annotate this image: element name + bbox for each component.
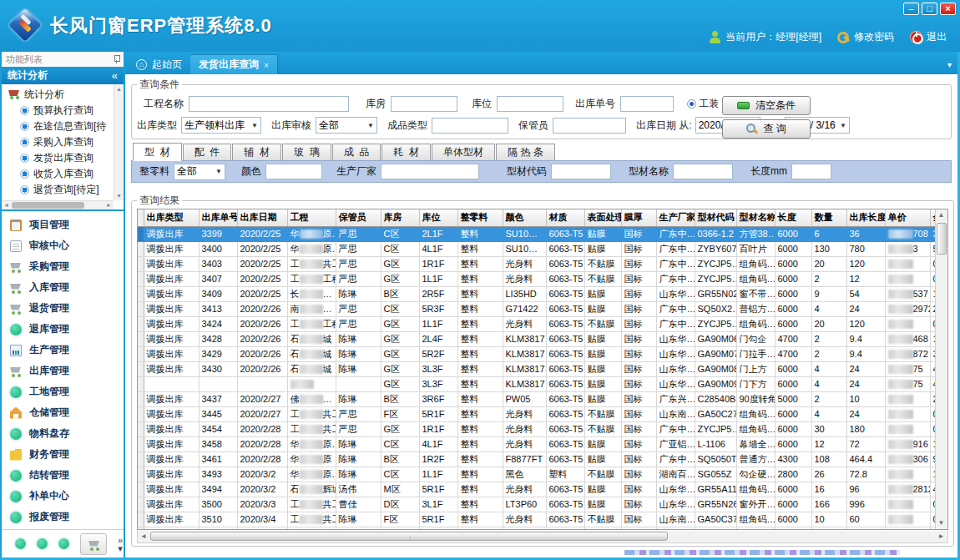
scrollbar-thumb[interactable]: [12, 202, 84, 209]
tab-home[interactable]: ⌂ 起始页: [128, 55, 190, 74]
tree-vertical-scrollbar[interactable]: ▲ ▼: [114, 84, 124, 200]
material-tab[interactable]: 单体型材: [432, 144, 495, 160]
table-row[interactable]: 调拨出库34942020/3/2石辉城汤伟M区5R1F整料光身料6063-T5贴…: [138, 482, 947, 497]
sidebar-item-项目管理[interactable]: 项目管理: [2, 214, 124, 235]
quick-module-icon[interactable]: [37, 538, 48, 549]
clear-conditions-button[interactable]: 清空条件: [722, 96, 811, 115]
table-row[interactable]: 调拨出库33992020/2/25华原…严思C区2L1F整料SU10…6063-…: [138, 226, 947, 241]
table-row[interactable]: 调拨出库35122020/3/4工共工程陈琳F区1L2F整料光身料6063-T5…: [138, 527, 947, 530]
scroll-up-icon[interactable]: ▲: [114, 84, 124, 93]
collapse-icon[interactable]: «: [112, 69, 118, 82]
table-row[interactable]: 调拨出库34292020/2/26石城陈琳G区5R2F整料KLM38176063…: [138, 346, 947, 361]
tree-item[interactable]: 在途信息查询[待: [2, 119, 124, 134]
out-audit-select[interactable]: 全部▼: [316, 117, 377, 134]
maximize-button[interactable]: □: [922, 3, 937, 15]
table-row[interactable]: 调拨出库34242020/2/26工工程严思G区1L1F整料光身料6063-T5…: [138, 316, 947, 331]
location-input[interactable]: [497, 96, 563, 112]
material-tab[interactable]: 辅 材: [232, 144, 281, 160]
material-tab[interactable]: 耗 材: [381, 144, 431, 160]
table-row[interactable]: 调拨出库35002020/3/3工共工程曹佳D区3L1F整料LT3P606063…: [138, 497, 947, 512]
tree-item[interactable]: 收货入库查询: [2, 166, 124, 182]
table-row[interactable]: 调拨出库34002020/2/25华原…严思C区4L1F整料SU10…6063-…: [138, 241, 947, 256]
product-type-input[interactable]: [432, 118, 508, 134]
column-header[interactable]: 出库长度: [846, 209, 885, 226]
profile-code-input[interactable]: [551, 164, 611, 179]
column-header[interactable]: 颜色: [503, 209, 546, 226]
scrollbar-thumb[interactable]: [937, 223, 947, 255]
column-header[interactable]: 单价: [885, 209, 930, 226]
table-row[interactable]: 调拨出库34132020/2/26南…严思C区5R3F整料G714226063-…: [138, 301, 947, 316]
column-header[interactable]: 出库日期: [237, 209, 287, 226]
more-options-icon[interactable]: »▾: [118, 536, 123, 552]
column-header[interactable]: 数量: [811, 209, 846, 226]
tab-close-icon[interactable]: ×: [264, 60, 269, 70]
sidebar-item-退货管理[interactable]: 退货管理: [2, 298, 124, 319]
change-password-button[interactable]: 修改密码: [837, 30, 894, 44]
column-header[interactable]: 型材代码: [695, 209, 736, 226]
sidebar-item-审核中心[interactable]: 审核中心: [2, 235, 124, 256]
whole-part-select[interactable]: 全部▼: [174, 164, 225, 180]
scroll-left-icon[interactable]: ◄: [138, 531, 149, 542]
material-tab[interactable]: 隔 热 条: [496, 144, 555, 160]
table-row[interactable]: 调拨出库34582020/2/28华原…陈琳C区4L1F整料光身料6063-T5…: [138, 436, 947, 452]
sidebar-item-工地管理[interactable]: 工地管理: [2, 381, 124, 402]
out-type-select[interactable]: 生产领料出库▼: [181, 117, 261, 134]
length-input[interactable]: [791, 164, 831, 179]
table-row[interactable]: 调拨出库34372020/2/27佛…陈琳B区3R6F整料PW056063-T5…: [138, 391, 947, 406]
grid-horizontal-scrollbar[interactable]: ◄ ⁞ ►: [137, 531, 948, 543]
order-no-input[interactable]: [620, 96, 674, 112]
tree-root-statistics[interactable]: 统计分析: [2, 86, 124, 103]
sidebar-item-生产管理[interactable]: 生产管理: [2, 340, 124, 361]
sidebar-item-采购管理[interactable]: 采购管理: [2, 256, 124, 277]
table-row[interactable]: 调拨出库34612020/2/28华原陈琳B区1R2F整料F8877FT6063…: [138, 452, 947, 467]
column-header[interactable]: 整零料: [457, 209, 503, 226]
column-header[interactable]: 生产厂家: [656, 209, 695, 226]
scroll-down-icon[interactable]: ▼: [114, 191, 124, 200]
column-header[interactable]: 膜厚: [621, 209, 656, 226]
table-row[interactable]: 调拨出库35102020/3/4工共工程陈琳F区5R1F整料光身料6063-T5…: [138, 512, 947, 527]
column-header[interactable]: 库房: [381, 209, 419, 226]
table-row[interactable]: 调拨出库34302020/2/26石城陈琳G区3L3F整料KLM38176063…: [138, 361, 947, 376]
column-header[interactable]: 出库类型: [144, 209, 199, 226]
column-header[interactable]: 出库单号: [199, 209, 237, 226]
profile-name-input[interactable]: [673, 164, 733, 179]
sidebar-item-补单中心[interactable]: 补单中心: [2, 486, 124, 507]
quick-module-icon[interactable]: [15, 538, 26, 549]
scrollbar-thumb[interactable]: ⁞: [150, 532, 668, 541]
manufacturer-input[interactable]: [381, 164, 479, 179]
scroll-right-icon[interactable]: ►: [936, 531, 947, 542]
scroll-left-icon[interactable]: ◄: [2, 201, 11, 209]
warehouse-input[interactable]: [391, 96, 457, 112]
column-header[interactable]: 长度: [775, 209, 811, 226]
scroll-right-icon[interactable]: ►: [104, 201, 114, 209]
tree-item[interactable]: 预算执行查询: [2, 103, 124, 119]
tree-item[interactable]: 退货查询[待定]: [2, 182, 124, 198]
grid-vertical-scrollbar[interactable]: ▲ ▼: [935, 209, 947, 529]
sidebar-section-statistics[interactable]: 统计分析 «: [2, 67, 124, 84]
material-tab[interactable]: 玻 璃: [282, 144, 331, 160]
tab-overflow-icon[interactable]: ▾: [947, 60, 952, 69]
quick-cart-button[interactable]: [80, 533, 107, 555]
scroll-up-icon[interactable]: ▲: [936, 209, 947, 221]
table-row[interactable]: G区3L3F整料KLM38176063-T5贴膜国标山东华…GA90M09.门下…: [138, 376, 947, 391]
pin-icon[interactable]: [114, 55, 119, 63]
table-row[interactable]: 调拨出库34282020/2/26石城陈琳G区2L4F整料KLM38176063…: [138, 331, 947, 346]
table-row[interactable]: 调拨出库34542020/2/28工共工程严思G区1R1F整料光身料6063-T…: [138, 421, 947, 436]
table-row[interactable]: 调拨出库34092020/2/25长…陈琳B区2R5F整料LI35HD6063-…: [138, 286, 947, 301]
sidebar-item-入库管理[interactable]: 入库管理: [2, 277, 124, 298]
close-button[interactable]: ×: [940, 3, 956, 15]
column-header[interactable]: 材质: [546, 209, 584, 226]
column-header[interactable]: 库位: [419, 209, 457, 226]
search-button[interactable]: 查 询: [722, 119, 811, 139]
project-name-input[interactable]: [189, 96, 349, 112]
column-header[interactable]: 工程: [287, 209, 336, 226]
sidebar-item-退库管理[interactable]: 退库管理: [2, 319, 124, 340]
quick-module-icon[interactable]: [58, 538, 69, 549]
table-row[interactable]: 调拨出库34032020/2/25工共工程严思G区1R1F整料光身料6063-T…: [138, 256, 947, 271]
tree-item[interactable]: 发货出库查询: [2, 150, 124, 166]
color-input[interactable]: [265, 164, 322, 179]
keeper-input[interactable]: [553, 118, 626, 134]
sidebar-item-财务管理[interactable]: 财务管理: [2, 444, 124, 465]
sidebar-item-仓储管理[interactable]: 仓储管理: [2, 402, 124, 423]
sidebar-item-结转管理[interactable]: 结转管理: [2, 465, 124, 486]
